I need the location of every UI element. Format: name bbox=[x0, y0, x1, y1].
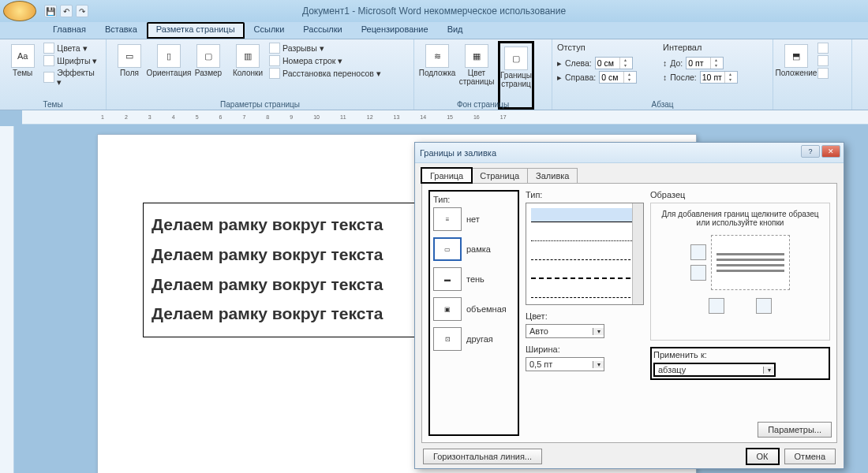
page-borders-button[interactable]: ▢Границы страниц bbox=[498, 41, 534, 110]
tab-references[interactable]: Ссылки bbox=[245, 22, 294, 39]
spacing-after-spinner[interactable]: ▴▾ bbox=[700, 71, 738, 84]
dialog-titlebar[interactable]: Границы и заливка ? ✕ bbox=[415, 143, 844, 163]
preview-bottom-btn[interactable] bbox=[690, 265, 706, 281]
type-shadow[interactable]: ▬тень bbox=[433, 267, 514, 291]
doc-line[interactable]: Делаем рамку вокруг текста bbox=[152, 210, 410, 240]
position-button[interactable]: ⬒Положение bbox=[778, 41, 814, 110]
indent-left-label: Слева: bbox=[565, 58, 592, 68]
breaks-button[interactable]: Разрывы ▾ bbox=[269, 43, 403, 54]
save-icon[interactable]: 💾 bbox=[44, 5, 57, 17]
watermark-button[interactable]: ≋Подложка bbox=[419, 41, 455, 110]
params-button[interactable]: Параметры... bbox=[758, 422, 832, 438]
type-3d-icon: ▣ bbox=[433, 297, 462, 321]
horizontal-ruler[interactable]: 1234567891011121314151617 bbox=[22, 110, 868, 125]
group-page-setup: ▭Поля ▯Ориентация ▢Размер ▥Колонки Разры… bbox=[107, 39, 414, 110]
color-combo[interactable]: Авто▾ bbox=[526, 324, 604, 338]
tab-view[interactable]: Вид bbox=[438, 22, 473, 39]
doc-line[interactable]: Делаем рамку вокруг текста bbox=[152, 270, 410, 300]
bordered-text-frame: Делаем рамку вокруг текста Делаем рамку … bbox=[143, 203, 419, 337]
colors-button[interactable]: Цвета ▾ bbox=[43, 43, 101, 54]
border-type-panel: Тип: ≡нет ▭рамка ▬тень ▣объемная ⊡другая bbox=[428, 190, 519, 436]
orientation-button[interactable]: ▯Ориентация bbox=[151, 41, 187, 110]
help-icon[interactable]: ? bbox=[801, 145, 820, 158]
themes-button[interactable]: Aa Темы bbox=[5, 41, 40, 110]
orientation-icon: ▯ bbox=[157, 44, 181, 68]
effects-button[interactable]: Эффекты ▾ bbox=[43, 68, 101, 87]
hyphenation-button[interactable]: Расстановка переносов ▾ bbox=[269, 68, 403, 79]
preview-label: Образец bbox=[650, 190, 830, 199]
page-borders-icon: ▢ bbox=[504, 47, 528, 70]
window-title: Документ1 - Microsoft Word некоммерческо… bbox=[0, 6, 868, 17]
type-custom[interactable]: ⊡другая bbox=[433, 327, 514, 351]
line-numbers-button[interactable]: Номера строк ▾ bbox=[269, 55, 403, 66]
type-none-icon: ≡ bbox=[433, 207, 462, 231]
arrange-more-2[interactable] bbox=[817, 55, 829, 66]
group-themes: Aa Темы Цвета ▾ Шрифты ▾ Эффекты ▾ Темы bbox=[0, 39, 107, 110]
undo-icon[interactable]: ↶ bbox=[60, 5, 73, 17]
style-list[interactable] bbox=[526, 203, 644, 305]
size-icon: ▢ bbox=[196, 44, 220, 68]
horizontal-line-button[interactable]: Горизонтальная линия... bbox=[423, 449, 542, 464]
type-custom-icon: ⊡ bbox=[433, 327, 462, 351]
dialog-body: Тип: ≡нет ▭рамка ▬тень ▣объемная ⊡другая… bbox=[421, 183, 837, 443]
spacing-after-icon: ↕ bbox=[663, 73, 667, 82]
chevron-down-icon: ▾ bbox=[763, 367, 774, 374]
preview-top-btn[interactable] bbox=[690, 244, 706, 260]
close-icon[interactable]: ✕ bbox=[821, 145, 840, 158]
preview-right-btn[interactable] bbox=[756, 298, 772, 314]
doc-line[interactable]: Делаем рамку вокруг текста bbox=[152, 240, 410, 270]
doc-line[interactable]: Делаем рамку вокруг текста bbox=[152, 299, 410, 329]
group-label-paragraph: Абзац bbox=[552, 100, 773, 109]
type-none[interactable]: ≡нет bbox=[433, 207, 514, 231]
group-paragraph: Отступ ▸Слева:▴▾ ▸Справа:▴▾ Интервал ↕До… bbox=[552, 39, 773, 110]
indent-left-spinner[interactable]: ▴▾ bbox=[595, 57, 633, 69]
quick-access-toolbar: 💾 ↶ ↷ bbox=[44, 5, 88, 17]
spacing-after-label: После: bbox=[670, 73, 697, 82]
apply-to-combo[interactable]: абзацу▾ bbox=[653, 363, 776, 377]
borders-shading-dialog: Границы и заливка ? ✕ Граница Страница З… bbox=[414, 142, 844, 469]
color-label: Цвет: bbox=[526, 311, 644, 321]
dialog-tab-border[interactable]: Граница bbox=[421, 168, 472, 183]
group-label-page-setup: Параметры страницы bbox=[107, 100, 413, 109]
tab-mailings[interactable]: Рассылки bbox=[294, 22, 351, 39]
dialog-footer: Горизонтальная линия... ОК Отмена bbox=[415, 443, 844, 470]
tab-page-layout[interactable]: Разметка страницы bbox=[147, 22, 245, 39]
dialog-tab-shading[interactable]: Заливка bbox=[527, 168, 578, 183]
preview-panel: Образец Для добавления границ щелкните о… bbox=[650, 190, 830, 436]
cancel-button[interactable]: Отмена bbox=[784, 449, 836, 464]
chevron-down-icon: ▾ bbox=[593, 361, 604, 368]
arrange-more-1[interactable] bbox=[817, 43, 829, 54]
preview-hint: Для добавления границ щелкните образец и… bbox=[654, 210, 826, 227]
office-button[interactable] bbox=[3, 1, 36, 21]
tab-review[interactable]: Рецензирование bbox=[352, 22, 438, 39]
chevron-down-icon: ▾ bbox=[593, 328, 604, 335]
spacing-before-spinner[interactable]: ▴▾ bbox=[686, 57, 724, 69]
type-3d[interactable]: ▣объемная bbox=[433, 297, 514, 321]
arrange-more-3[interactable] bbox=[817, 68, 829, 79]
fonts-button[interactable]: Шрифты ▾ bbox=[43, 55, 101, 66]
margins-button[interactable]: ▭Поля bbox=[111, 41, 148, 110]
width-combo[interactable]: 0,5 пт▾ bbox=[526, 357, 604, 371]
breaks-icon bbox=[269, 43, 280, 54]
group-label-themes: Темы bbox=[0, 100, 106, 109]
indent-right-label: Справа: bbox=[565, 73, 596, 82]
columns-button[interactable]: ▥Колонки bbox=[230, 41, 266, 110]
redo-icon[interactable]: ↷ bbox=[76, 5, 88, 17]
indent-right-spinner[interactable]: ▴▾ bbox=[599, 71, 637, 84]
preview-left-btn[interactable] bbox=[709, 298, 724, 314]
columns-icon: ▥ bbox=[236, 44, 260, 68]
vertical-ruler[interactable] bbox=[0, 126, 14, 473]
border-style-panel: Тип: Цвет: Авто▾ Ширина: 0,5 пт▾ bbox=[526, 190, 644, 436]
preview-area: Для добавления границ щелкните образец и… bbox=[650, 203, 830, 341]
dialog-tab-page[interactable]: Страница bbox=[471, 168, 528, 183]
page-color-button[interactable]: ▦Цвет страницы bbox=[458, 41, 495, 110]
indent-right-icon: ▸ bbox=[557, 73, 562, 82]
tab-home[interactable]: Главная bbox=[43, 22, 95, 39]
style-scrollbar[interactable] bbox=[632, 203, 643, 304]
tab-insert[interactable]: Вставка bbox=[95, 22, 147, 39]
preview-sample[interactable] bbox=[711, 235, 790, 290]
type-box[interactable]: ▭рамка bbox=[433, 237, 514, 261]
watermark-icon: ≋ bbox=[425, 44, 449, 68]
size-button[interactable]: ▢Размер bbox=[190, 41, 226, 110]
ok-button[interactable]: ОК bbox=[746, 448, 780, 465]
